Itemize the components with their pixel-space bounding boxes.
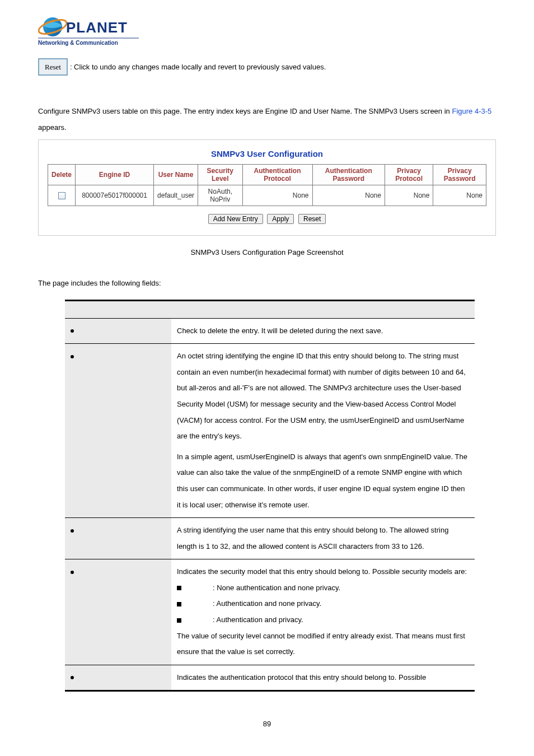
cell-engine-id: 800007e5017f000001 — [76, 185, 154, 206]
cell-priv-protocol: None — [385, 185, 433, 206]
bullet-icon — [71, 571, 74, 574]
svg-text:PLANET: PLANET — [66, 19, 128, 36]
col-security-level: Security Level — [198, 164, 242, 185]
table-row: 800007e5017f000001 default_user NoAuth, … — [48, 185, 486, 206]
cell-security-level: NoAuth, NoPriv — [198, 185, 242, 206]
field-row-security-level: Indicates the security model that this e… — [65, 559, 475, 665]
fields-header-object — [65, 300, 171, 318]
square-bullet-icon — [177, 618, 181, 623]
config-intro: Configure SNMPv3 users table on this pag… — [38, 104, 496, 136]
snmp-users-table: Delete Engine ID User Name Security Leve… — [48, 164, 486, 206]
fields-intro: The page includes the following fields: — [38, 279, 496, 287]
field-row-engine-id: An octet string identifying the engine I… — [65, 344, 475, 518]
screenshot-caption: SNMPv3 Users Configuration Page Screensh… — [38, 248, 496, 256]
reset-button[interactable]: Reset — [298, 214, 326, 224]
add-new-entry-button[interactable]: Add New Entry — [208, 214, 263, 224]
snmp-config-screenshot: SNMPv3 User Configuration Delete Engine … — [38, 139, 496, 236]
fields-table: Check to delete the entry. It will be de… — [65, 300, 475, 692]
bullet-icon — [71, 529, 74, 533]
col-user-name: User Name — [154, 164, 198, 185]
svg-text:Networking & Communication: Networking & Communication — [38, 40, 118, 46]
field-auth-protocol-desc: Indicates the authentication protocol th… — [171, 665, 475, 691]
brand-logo: PLANET Networking & Communication — [38, 13, 496, 48]
reset-description: : Click to undo any changes made locally… — [70, 60, 326, 73]
field-row-delete: Check to delete the entry. It will be de… — [65, 318, 475, 344]
field-delete-desc: Check to delete the entry. It will be de… — [171, 318, 475, 344]
col-delete: Delete — [48, 164, 76, 185]
bullet-icon — [71, 355, 74, 358]
cell-priv-password: None — [433, 185, 486, 206]
col-priv-password: Privacy Password — [433, 164, 486, 185]
square-bullet-icon — [177, 586, 181, 590]
cell-user-name: default_user — [154, 185, 198, 206]
field-user-name-desc: A string identifying the user name that … — [171, 518, 475, 559]
field-security-level-desc: Indicates the security model that this e… — [171, 559, 475, 665]
col-auth-password: Authentication Password — [312, 164, 385, 185]
figure-link[interactable]: Figure 4-3-5 — [452, 107, 491, 115]
planet-logo-icon: PLANET Networking & Communication — [38, 13, 139, 48]
field-row-user-name: A string identifying the user name that … — [65, 518, 475, 559]
field-row-auth-protocol: Indicates the authentication protocol th… — [65, 665, 475, 691]
delete-checkbox[interactable] — [58, 192, 65, 199]
cell-auth-protocol: None — [242, 185, 312, 206]
snmp-panel-title: SNMPv3 User Configuration — [48, 149, 486, 158]
square-bullet-icon — [177, 602, 181, 606]
col-engine-id: Engine ID — [76, 164, 154, 185]
reset-button-image: Reset — [38, 58, 68, 76]
cell-auth-password: None — [312, 185, 385, 206]
bullet-icon — [71, 329, 74, 333]
fields-header-desc — [171, 300, 475, 318]
field-engine-id-desc: An octet string identifying the engine I… — [171, 344, 475, 518]
apply-button[interactable]: Apply — [267, 214, 294, 224]
col-priv-protocol: Privacy Protocol — [385, 164, 433, 185]
col-auth-protocol: Authentication Protocol — [242, 164, 312, 185]
page-number: 89 — [38, 720, 496, 728]
bullet-icon — [71, 676, 74, 679]
